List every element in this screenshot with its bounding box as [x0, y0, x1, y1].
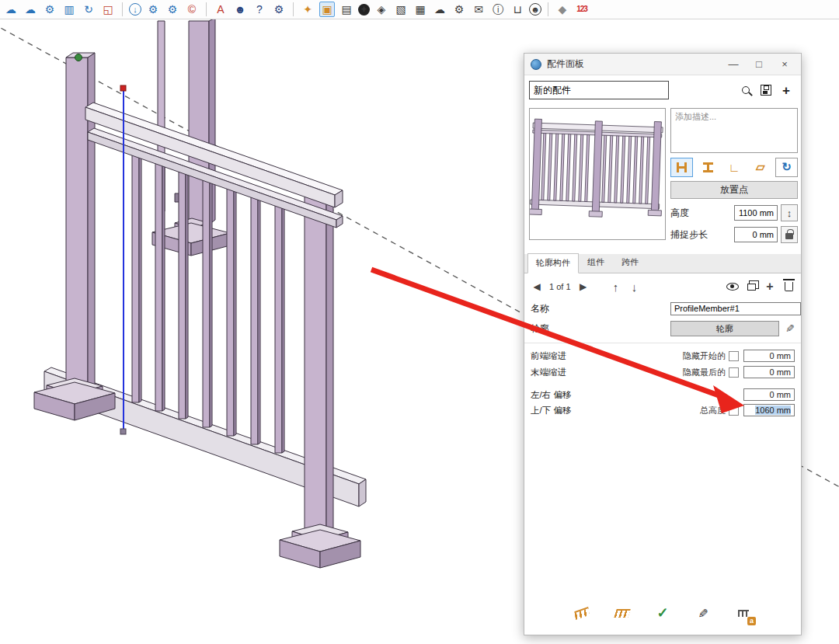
full-height-checkbox[interactable]	[729, 406, 739, 416]
profile-label: 轮廓	[531, 322, 549, 336]
profile-picker-button[interactable]: 轮廓	[670, 321, 779, 336]
sliders-icon[interactable]: ▥	[61, 2, 77, 17]
cloud-forward-icon[interactable]: ☁	[23, 2, 38, 17]
checkerboard-icon[interactable]: ▦	[413, 2, 428, 17]
search-icon	[742, 86, 750, 94]
edit-profile-icon[interactable]: ✎	[785, 322, 795, 335]
corner-member-button[interactable]: ∟	[723, 158, 746, 177]
move-down-button[interactable]: ↓	[627, 279, 642, 294]
height-label: 高度	[670, 207, 689, 220]
ud-offset-row: 上/下 偏移 总高度 1060 mm	[531, 403, 795, 417]
lr-offset-label: 左/右 偏移	[531, 389, 571, 401]
move-up-button[interactable]: ↑	[608, 279, 624, 294]
visibility-button[interactable]	[725, 279, 740, 294]
ud-offset-input[interactable]: 1060 mm	[743, 404, 795, 416]
numbers-icon[interactable]: 123	[574, 2, 590, 17]
gear-pair-icon[interactable]: ⚙	[165, 2, 180, 17]
fence-assembly-button[interactable]	[611, 602, 633, 624]
download-circle-icon[interactable]: ↓	[129, 3, 141, 16]
minimize-button[interactable]: —	[723, 56, 743, 73]
help-icon[interactable]: ?	[252, 2, 267, 17]
edge-endpoint-top	[120, 85, 126, 91]
delete-member-button[interactable]	[781, 279, 796, 294]
red-crop-icon[interactable]: ◱	[100, 2, 116, 17]
export-box-icon[interactable]: ▤	[339, 2, 354, 17]
profile-member-horizontal-button[interactable]	[670, 158, 693, 177]
height-stepper-button[interactable]: ↕	[781, 204, 798, 221]
eye-icon	[726, 283, 739, 291]
tab-spans[interactable]: 跨件	[613, 252, 647, 273]
add-assembly-button[interactable]: +	[776, 82, 796, 99]
next-member-button[interactable]: ▶	[576, 279, 591, 294]
material-tool-icon[interactable]: ✦	[300, 2, 315, 17]
snap-input[interactable]	[734, 227, 778, 242]
cart-icon[interactable]: ⊔	[510, 2, 525, 17]
account-circle-icon[interactable]: ☻	[529, 3, 541, 16]
ibeam-icon	[677, 162, 687, 172]
assembly-name-row: +	[529, 80, 796, 100]
gear-dark-icon[interactable]: ⚙	[271, 2, 287, 17]
description-input[interactable]: 添加描述...	[670, 108, 798, 153]
eyedropper-button[interactable]: ✎	[692, 602, 714, 624]
toolbar-divider	[293, 2, 294, 16]
gear-settings-icon[interactable]: ⚙	[145, 2, 161, 17]
rebuild-button[interactable]: ↻	[775, 158, 798, 177]
profile-member-vertical-button[interactable]	[697, 158, 719, 177]
assembly-preview[interactable]	[529, 108, 666, 240]
maximize-button[interactable]: □	[749, 56, 769, 73]
doc-ruler-icon[interactable]: ▧	[393, 2, 409, 17]
snap-row: 捕捉步长	[670, 225, 798, 244]
front-indent-input[interactable]: 0 mm	[743, 350, 795, 362]
comment-edit-icon[interactable]: ✉	[471, 2, 486, 17]
sync-check-icon[interactable]: ↻	[81, 2, 96, 17]
front-indent-row: 前端缩进 隐藏开始的 0 mm	[531, 349, 795, 363]
hide-last-checkbox[interactable]	[729, 367, 739, 378]
end-indent-input[interactable]: 0 mm	[743, 366, 795, 378]
extension-gears-icon[interactable]: ⚙	[42, 2, 57, 17]
prev-member-button[interactable]: ◀	[529, 279, 545, 294]
height-input[interactable]	[734, 205, 778, 221]
gear-spark-icon[interactable]: ⚙	[451, 2, 467, 17]
bend-assembly-button[interactable]	[571, 602, 593, 624]
cloud-upload-icon[interactable]: ☁	[432, 2, 447, 17]
annotate-button[interactable]: a	[733, 602, 754, 624]
copy-pages-icon[interactable]: ▣	[319, 2, 335, 17]
lr-offset-input[interactable]: 0 mm	[743, 388, 795, 401]
hide-first-checkbox[interactable]	[729, 351, 739, 361]
duplicate-member-button[interactable]	[743, 279, 759, 294]
shield-box-icon[interactable]: ◈	[374, 2, 389, 17]
height-row: 高度 ↕	[670, 204, 798, 222]
close-button[interactable]: ×	[775, 56, 795, 73]
member-name-row: 名称	[531, 301, 795, 316]
snap-lock-button[interactable]	[781, 226, 798, 243]
lock-icon	[785, 233, 793, 239]
search-button[interactable]	[736, 82, 756, 99]
rock-material-icon[interactable]: ◆	[555, 2, 570, 17]
tab-profile-members[interactable]: 轮廓构件	[527, 253, 579, 273]
plus-icon: +	[782, 84, 790, 97]
add-member-button[interactable]: +	[762, 279, 778, 294]
lr-offset-row: 左/右 偏移 0 mm	[531, 388, 795, 402]
tab-components[interactable]: 组件	[579, 252, 613, 273]
cloud-back-icon[interactable]: ☁	[3, 2, 19, 17]
end-indent-row: 末端缩进 隐藏最后的 0 mm	[531, 365, 795, 379]
duplicate-icon	[747, 284, 756, 291]
text-leader-icon[interactable]: A	[213, 2, 228, 17]
add-circle-icon[interactable]: +	[358, 4, 370, 16]
info-icon[interactable]: ⓘ	[490, 2, 506, 17]
member-name-input[interactable]	[670, 302, 801, 315]
toolbar-divider	[206, 2, 207, 16]
apply-assembly-button[interactable]: ✓	[652, 602, 674, 624]
hide-last-label: 隐藏最后的	[683, 367, 726, 378]
assembly-name-input[interactable]	[529, 81, 669, 99]
save-button[interactable]	[756, 82, 776, 99]
panel-titlebar[interactable]: 配件面板 — □ ×	[524, 54, 801, 75]
ibeam-icon	[703, 162, 713, 172]
corner-member-icon: ∟	[729, 161, 740, 174]
placement-point-button[interactable]: 放置点	[670, 181, 798, 199]
end-indent-label: 末端缩进	[531, 367, 566, 378]
person-icon[interactable]: ☻	[232, 2, 248, 17]
panel-member-button[interactable]: ▱	[749, 158, 771, 177]
compass-logo-icon[interactable]: ©	[184, 2, 200, 17]
panel-logo-icon	[531, 59, 541, 70]
